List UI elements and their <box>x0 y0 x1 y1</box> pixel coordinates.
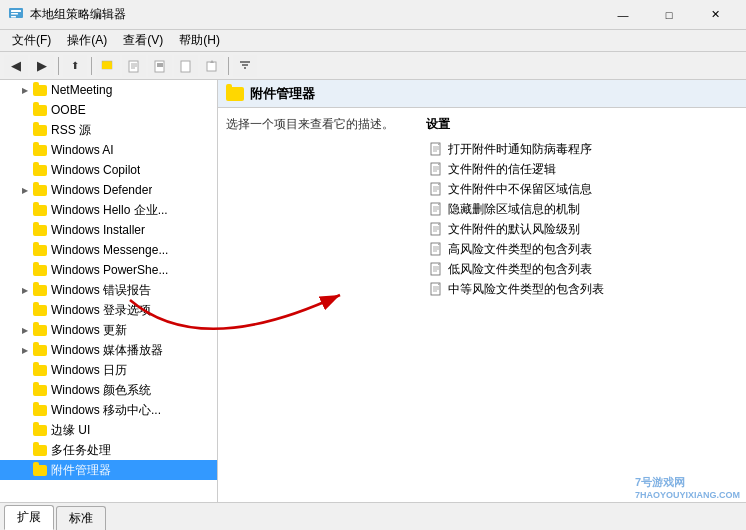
menu-bar: 文件(F) 操作(A) 查看(V) 帮助(H) <box>0 30 746 52</box>
folder-icon <box>32 323 48 337</box>
toolbar-btn-4[interactable] <box>122 55 146 77</box>
menu-help[interactable]: 帮助(H) <box>171 30 228 51</box>
description-text: 选择一个项目来查看它的描述。 <box>226 117 394 131</box>
bottom-tabs: 扩展 标准 <box>0 502 746 530</box>
settings-item-0[interactable]: 打开附件时通知防病毒程序 <box>426 139 738 159</box>
toolbar-sep-3 <box>228 57 229 75</box>
toolbar-back[interactable]: ◀ <box>4 55 28 77</box>
tree-item-windowsupdate[interactable]: ▶ Windows 更新 <box>0 320 217 340</box>
toolbar-sep-2 <box>91 57 92 75</box>
tree-item-windowsai[interactable]: Windows AI <box>0 140 217 160</box>
folder-icon <box>32 183 48 197</box>
menu-view[interactable]: 查看(V) <box>115 30 171 51</box>
window-controls: — □ ✕ <box>600 0 738 30</box>
tree-label: 多任务处理 <box>51 442 111 459</box>
tree-item-windowsmedia[interactable]: ▶ Windows 媒体播放器 <box>0 340 217 360</box>
tree-label: Windows PowerShe... <box>51 263 168 277</box>
expand-icon <box>18 403 32 417</box>
doc-icon-4 <box>428 222 444 236</box>
svg-rect-2 <box>11 13 18 15</box>
tree-label: 边缘 UI <box>51 422 90 439</box>
tree-item-windowserror[interactable]: ▶ Windows 错误报告 <box>0 280 217 300</box>
menu-action[interactable]: 操作(A) <box>59 30 115 51</box>
close-button[interactable]: ✕ <box>692 0 738 30</box>
tree-panel: ▶ NetMeeting OOBE RSS 源 Windows AI Windo… <box>0 80 218 502</box>
doc-icon-5 <box>428 242 444 256</box>
settings-item-6[interactable]: 低风险文件类型的包含列表 <box>426 259 738 279</box>
tab-expand[interactable]: 扩展 <box>4 505 54 530</box>
folder-icon <box>32 383 48 397</box>
tree-item-windowsinstaller[interactable]: Windows Installer <box>0 220 217 240</box>
tree-label: Windows 更新 <box>51 322 127 339</box>
expand-icon <box>18 203 32 217</box>
toolbar: ◀ ▶ ⬆ <box>0 52 746 80</box>
tree-label: Windows AI <box>51 143 114 157</box>
settings-item-5[interactable]: 高风险文件类型的包含列表 <box>426 239 738 259</box>
toolbar-btn-6[interactable] <box>174 55 198 77</box>
tree-item-attachmentmanager[interactable]: 附件管理器 <box>0 460 217 480</box>
toolbar-up[interactable]: ⬆ <box>63 55 87 77</box>
tree-label: RSS 源 <box>51 122 91 139</box>
settings-header: 设置 <box>426 116 738 133</box>
toolbar-sep-1 <box>58 57 59 75</box>
folder-icon <box>32 143 48 157</box>
folder-icon <box>32 363 48 377</box>
expand-icon <box>18 243 32 257</box>
menu-file[interactable]: 文件(F) <box>4 30 59 51</box>
tree-item-oobe[interactable]: OOBE <box>0 100 217 120</box>
title-bar: 本地组策略编辑器 — □ ✕ <box>0 0 746 30</box>
tab-standard[interactable]: 标准 <box>56 506 106 530</box>
tree-label: Windows Copilot <box>51 163 140 177</box>
toolbar-btn-5[interactable] <box>148 55 172 77</box>
tree-item-multitask[interactable]: 多任务处理 <box>0 440 217 460</box>
expand-icon <box>18 223 32 237</box>
settings-item-7[interactable]: 中等风险文件类型的包含列表 <box>426 279 738 299</box>
settings-label-2: 文件附件中不保留区域信息 <box>448 181 592 198</box>
folder-icon <box>32 443 48 457</box>
minimize-button[interactable]: — <box>600 0 646 30</box>
tree-item-windowscopilot[interactable]: Windows Copilot <box>0 160 217 180</box>
settings-label-0: 打开附件时通知防病毒程序 <box>448 141 592 158</box>
svg-rect-13 <box>181 61 190 72</box>
settings-item-1[interactable]: 文件附件的信任逻辑 <box>426 159 738 179</box>
toolbar-btn-3[interactable] <box>96 55 120 77</box>
settings-item-3[interactable]: 隐藏删除区域信息的机制 <box>426 199 738 219</box>
tree-item-windowscalendar[interactable]: Windows 日历 <box>0 360 217 380</box>
settings-label-1: 文件附件的信任逻辑 <box>448 161 556 178</box>
tree-item-rss[interactable]: RSS 源 <box>0 120 217 140</box>
tree-item-windowshello[interactable]: Windows Hello 企业... <box>0 200 217 220</box>
tree-item-windowslogin[interactable]: Windows 登录选项 <box>0 300 217 320</box>
tree-item-edgeui[interactable]: 边缘 UI <box>0 420 217 440</box>
tree-item-windowspowershell[interactable]: Windows PowerShe... <box>0 260 217 280</box>
svg-rect-3 <box>11 16 16 18</box>
right-panel-header: 附件管理器 <box>218 80 746 108</box>
tree-item-windowsdefender[interactable]: ▶ Windows Defender <box>0 180 217 200</box>
settings-item-2[interactable]: 文件附件中不保留区域信息 <box>426 179 738 199</box>
tree-label: Windows 媒体播放器 <box>51 342 163 359</box>
tree-item-windowscolor[interactable]: Windows 颜色系统 <box>0 380 217 400</box>
app-icon <box>8 7 24 23</box>
folder-icon <box>32 463 48 477</box>
toolbar-forward[interactable]: ▶ <box>30 55 54 77</box>
expand-icon <box>18 103 32 117</box>
tree-label: Windows Defender <box>51 183 152 197</box>
expand-icon <box>18 143 32 157</box>
settings-item-4[interactable]: 文件附件的默认风险级别 <box>426 219 738 239</box>
tree-label: Windows Hello 企业... <box>51 202 168 219</box>
window-title: 本地组策略编辑器 <box>30 6 600 23</box>
tree-item-netmeeting[interactable]: ▶ NetMeeting <box>0 80 217 100</box>
doc-icon-1 <box>428 162 444 176</box>
svg-rect-5 <box>102 63 112 69</box>
folder-icon <box>32 203 48 217</box>
toolbar-btn-7[interactable] <box>200 55 224 77</box>
tree-item-windowsmessenger[interactable]: Windows Messenge... <box>0 240 217 260</box>
maximize-button[interactable]: □ <box>646 0 692 30</box>
expand-icon <box>18 423 32 437</box>
settings-label-3: 隐藏删除区域信息的机制 <box>448 201 580 218</box>
expand-icon <box>18 383 32 397</box>
toolbar-filter[interactable] <box>233 55 257 77</box>
folder-icon <box>32 163 48 177</box>
folder-icon <box>32 123 48 137</box>
tree-item-windowsmobility[interactable]: Windows 移动中心... <box>0 400 217 420</box>
folder-icon <box>32 423 48 437</box>
